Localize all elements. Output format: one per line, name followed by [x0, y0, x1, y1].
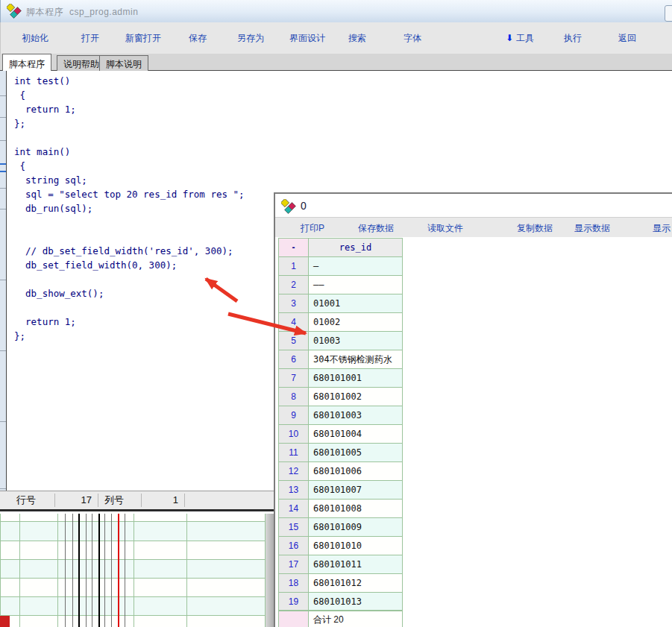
return-button[interactable]: 返回 — [618, 32, 636, 45]
row-number-cell[interactable]: 19 — [278, 592, 308, 611]
window-title-app: 脚本程序 — [26, 7, 63, 17]
header-field-cell[interactable]: res_id — [308, 238, 403, 256]
res-id-cell[interactable]: — — [308, 256, 403, 275]
print-button[interactable]: 打印P — [301, 222, 324, 235]
res-id-cell[interactable]: 680101011 — [308, 555, 403, 573]
table-row: 8680101002 — [278, 387, 403, 406]
table-row: 10680101004 — [278, 424, 403, 443]
table-row: 18680101012 — [278, 573, 403, 592]
copy-data-button[interactable]: 复制数据 — [517, 222, 553, 235]
tab-script-program[interactable]: 脚本程序 — [2, 54, 51, 71]
main-titlebar: 脚本程序csp_prog.admin — [0, 0, 672, 22]
table-row: 11680101005 — [278, 443, 403, 461]
left-ruler-strip — [0, 71, 7, 491]
table-row: 501003 — [278, 331, 403, 350]
window-control-button[interactable] — [665, 5, 672, 22]
res-id-cell[interactable]: 680101005 — [308, 443, 403, 461]
row-number-cell[interactable]: 7 — [278, 368, 308, 387]
header-index-cell[interactable]: - — [278, 238, 308, 256]
save-button[interactable]: 保存 — [189, 32, 207, 45]
row-number-cell[interactable]: 17 — [278, 555, 308, 573]
table-row: 401002 — [278, 312, 403, 331]
table-row: 19680101013 — [278, 592, 403, 611]
row-number-cell[interactable]: 8 — [278, 387, 308, 406]
res-id-cell[interactable]: 680101001 — [308, 368, 403, 387]
res-id-cell[interactable]: 680101012 — [308, 573, 403, 592]
table-row: 12680101006 — [278, 461, 403, 480]
ui-design-button[interactable]: 界面设计 — [289, 32, 325, 45]
line-number-label: 行号 — [0, 494, 55, 507]
row-number-cell[interactable]: 2 — [278, 275, 308, 294]
row-number-cell[interactable]: 4 — [278, 312, 308, 331]
row-number-cell[interactable]: 14 — [278, 499, 308, 517]
row-number-cell[interactable]: 3 — [278, 294, 308, 312]
result-toolbar: 打印P 保存数据 读取文件 复制数据 显示数据 显示 — [275, 218, 672, 237]
res-id-cell[interactable]: —— — [308, 275, 403, 294]
save-as-button[interactable]: 另存为 — [237, 32, 264, 45]
code-text[interactable]: int test() { return 1; }; int main() { s… — [14, 74, 245, 343]
row-number-cell[interactable]: 6 — [278, 350, 308, 368]
open-button[interactable]: 打开 — [81, 32, 99, 45]
res-id-cell[interactable]: 680101007 — [308, 480, 403, 499]
tab-bar: 脚本程序 说明帮助 脚本说明 — [0, 54, 672, 71]
result-window-title: 0 — [301, 200, 307, 212]
table-row: 6304不锈钢检测药水 — [278, 350, 403, 368]
row-number-cell[interactable]: 12 — [278, 461, 308, 480]
table-row: 9680101003 — [278, 406, 403, 424]
res-id-cell[interactable]: 01002 — [308, 312, 403, 331]
show-data-button[interactable]: 显示数据 — [574, 222, 610, 235]
row-number-cell[interactable]: 15 — [278, 517, 308, 536]
background-spreadsheet-grid — [0, 514, 274, 627]
row-number-cell[interactable]: 18 — [278, 573, 308, 592]
table-row: 301001 — [278, 294, 403, 312]
res-id-cell[interactable]: 680101013 — [308, 592, 403, 611]
result-titlebar: 0 — [275, 194, 672, 218]
row-number-cell[interactable]: 13 — [278, 480, 308, 499]
res-id-cell[interactable]: 680101002 — [308, 387, 403, 406]
result-app-icon — [281, 199, 298, 217]
window-title: 脚本程序csp_prog.admin — [26, 6, 138, 19]
open-new-window-button[interactable]: 新窗打开 — [125, 32, 161, 45]
results-table-body: 1—2——3010014010025010036304不锈钢检测药水768010… — [278, 256, 403, 611]
table-row: 7680101001 — [278, 368, 403, 387]
show-more-button[interactable]: 显示 — [653, 222, 671, 235]
read-file-button[interactable]: 读取文件 — [427, 222, 463, 235]
init-button[interactable]: 初始化 — [22, 32, 48, 45]
res-id-cell[interactable]: 680101010 — [308, 536, 403, 555]
table-row: 13680101007 — [278, 480, 403, 499]
row-number-cell[interactable]: 5 — [278, 331, 308, 350]
tools-button[interactable]: ⬇工具 — [506, 32, 534, 45]
search-button[interactable]: 搜索 — [348, 32, 366, 45]
row-number-cell[interactable]: 16 — [278, 536, 308, 555]
res-id-cell[interactable]: 680101004 — [308, 424, 403, 443]
row-number-cell[interactable]: 11 — [278, 443, 308, 461]
res-id-cell[interactable]: 01003 — [308, 331, 403, 350]
table-row: 17680101011 — [278, 555, 403, 573]
row-number-cell[interactable]: 1 — [278, 256, 308, 275]
res-id-cell[interactable]: 01001 — [308, 294, 403, 312]
table-row: 16680101010 — [278, 536, 403, 555]
tab-script-desc[interactable]: 脚本说明 — [99, 55, 148, 71]
res-id-cell[interactable]: 304不锈钢检测药水 — [308, 350, 403, 368]
column-number-value: 1 — [142, 494, 185, 507]
res-id-cell[interactable]: 680101008 — [308, 499, 403, 517]
execute-button[interactable]: 执行 — [564, 32, 582, 45]
main-toolbar: 初始化 打开 新窗打开 保存 另存为 界面设计 搜索 字体 ⬇工具 执行 返回 — [0, 22, 672, 54]
column-number-label: 列号 — [98, 494, 142, 507]
row-number-cell[interactable]: 10 — [278, 424, 308, 443]
table-row: 2—— — [278, 275, 403, 294]
results-table: - res_id 1—2——3010014010025010036304不锈钢检… — [278, 238, 403, 627]
table-header-row: - res_id — [278, 238, 403, 256]
table-row: 1— — [278, 256, 403, 275]
window-title-file: csp_prog.admin — [69, 7, 138, 17]
down-arrow-icon: ⬇ — [506, 33, 513, 43]
font-button[interactable]: 字体 — [403, 32, 421, 45]
editor-statusbar: 行号 17 列号 1 — [0, 491, 274, 511]
res-id-cell[interactable]: 680101009 — [308, 517, 403, 536]
row-number-cell[interactable]: 9 — [278, 406, 308, 424]
footer-total-cell: 合计 20 — [308, 611, 403, 627]
res-id-cell[interactable]: 680101003 — [308, 406, 403, 424]
save-data-button[interactable]: 保存数据 — [358, 222, 394, 235]
res-id-cell[interactable]: 680101006 — [308, 461, 403, 480]
table-row: 14680101008 — [278, 499, 403, 517]
